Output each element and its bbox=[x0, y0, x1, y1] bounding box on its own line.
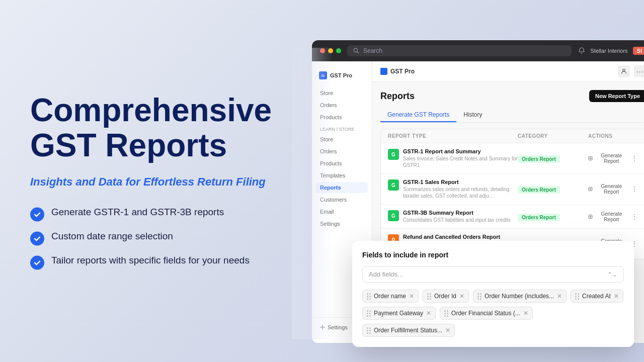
report-category-1: Orders Report bbox=[518, 154, 588, 163]
reports-table: Report type Category Actions G GSTR-1 Re… bbox=[380, 129, 644, 259]
report-desc-3: Consolidates GST liabilities and input t… bbox=[403, 217, 511, 223]
check-icon-3 bbox=[30, 255, 44, 269]
more-icon-btn[interactable]: ··· bbox=[634, 65, 644, 77]
generate-icon-3 bbox=[588, 214, 593, 219]
feature-text-2: Custom date range selection bbox=[51, 230, 173, 241]
main-title: Comprehensive GST Reports bbox=[30, 93, 302, 163]
field-chip-order-financial-status: Order Financial Status (... ✕ bbox=[440, 307, 533, 320]
chip-close-order-id[interactable]: ✕ bbox=[459, 293, 464, 299]
feature-text-3: Tailor reports with specific fields for … bbox=[51, 254, 250, 265]
chip-close-payment-gateway[interactable]: ✕ bbox=[426, 310, 431, 316]
fields-modal-title: Fields to include in report bbox=[362, 251, 624, 259]
row-more-btn-2[interactable]: ⋮ bbox=[630, 185, 638, 194]
category-badge-2: Orders Report bbox=[518, 186, 560, 194]
sidebar-section-label: Learn / Store bbox=[316, 124, 368, 133]
feature-item-3: Tailor reports with specific fields for … bbox=[30, 254, 302, 269]
sidebar-item-customers[interactable]: Customers bbox=[316, 194, 368, 205]
report-name-cell-2: G GSTR-1 Sales Report Summarizes sales o… bbox=[388, 179, 518, 199]
table-row: G GSTR-1 Sales Report Summarizes sales o… bbox=[381, 174, 644, 205]
sidebar-item-orders[interactable]: Orders bbox=[316, 100, 368, 111]
report-desc-2: Summarizes sales orders and refunds, det… bbox=[403, 186, 518, 199]
app-header-title: GST Pro bbox=[380, 68, 415, 75]
generate-report-btn-1[interactable]: Generate Report bbox=[588, 153, 628, 164]
tab-history[interactable]: History bbox=[456, 108, 489, 122]
sidebar-item-reports[interactable]: Reports bbox=[316, 182, 368, 193]
row-more-btn-3[interactable]: ⋮ bbox=[630, 212, 638, 221]
chevron-down-icon: ⌃⌄ bbox=[607, 271, 617, 278]
sidebar-item-columns[interactable]: Products bbox=[316, 112, 368, 123]
chip-close-order-financial-status[interactable]: ✕ bbox=[523, 310, 528, 316]
dot-yellow[interactable] bbox=[328, 48, 333, 53]
sidebar-item-settings[interactable]: Settings bbox=[316, 218, 368, 229]
app-header-actions: ··· bbox=[618, 65, 644, 77]
app-header: GST Pro ··· bbox=[372, 61, 644, 82]
row-more-btn-1[interactable]: ⋮ bbox=[630, 154, 638, 163]
settings-label: Settings bbox=[328, 324, 348, 330]
search-text: Search bbox=[363, 47, 382, 54]
sidebar-item-orders2[interactable]: Orders bbox=[316, 146, 368, 157]
check-icon-2 bbox=[30, 231, 44, 245]
report-avatar-3: G bbox=[388, 210, 399, 221]
sidebar-item-templates[interactable]: Templates bbox=[316, 170, 368, 181]
generate-icon-2 bbox=[588, 187, 593, 192]
report-avatar-2: G bbox=[388, 179, 399, 191]
sidebar-item-store2[interactable]: Store bbox=[316, 134, 368, 145]
chip-close-order-fulfillment-status[interactable]: ✕ bbox=[445, 327, 450, 333]
tab-generate-gst-reports[interactable]: Generate GST Reports bbox=[380, 108, 456, 122]
col-actions: Actions bbox=[588, 133, 638, 139]
generate-icon-1 bbox=[588, 156, 593, 161]
reports-section: Reports New Report Type Generate GST Rep… bbox=[372, 82, 644, 267]
svg-point-1 bbox=[321, 326, 323, 328]
dot-green[interactable] bbox=[336, 48, 341, 53]
report-name-cell-1: G GSTR-1 Report and Summary Sales Invoic… bbox=[388, 148, 518, 168]
feature-item-2: Custom date range selection bbox=[30, 230, 302, 245]
report-name-3: GSTR-3B Summary Report bbox=[403, 210, 511, 216]
report-name-2: GSTR-1 Sales Report bbox=[403, 179, 518, 185]
settings-icon bbox=[320, 325, 325, 330]
report-category-2: Orders Report bbox=[518, 185, 588, 194]
report-name-cell-3: G GSTR-3B Summary Report Consolidates GS… bbox=[388, 210, 518, 223]
more-dots-icon: ··· bbox=[636, 67, 644, 75]
field-chip-payment-gateway: Payment Gateway ✕ bbox=[362, 307, 436, 320]
chip-label-order-financial-status: Order Financial Status (... bbox=[451, 310, 520, 317]
chip-label-order-name: Order name bbox=[374, 293, 406, 300]
chip-label-payment-gateway: Payment Gateway bbox=[374, 310, 423, 317]
browser-dots bbox=[320, 48, 341, 53]
report-category-3: Orders Report bbox=[518, 212, 588, 221]
generate-report-btn-2[interactable]: Generate Report bbox=[588, 184, 628, 195]
feature-text-1: Generate GSTR-1 and GSTR-3B reports bbox=[51, 206, 224, 217]
feature-item-1: Generate GSTR-1 and GSTR-3B reports bbox=[30, 206, 302, 221]
drag-handle-icon bbox=[427, 293, 431, 300]
fields-dropdown[interactable]: Add fields... ⌃⌄ bbox=[362, 266, 624, 283]
sidebar-logo: G GST Pro bbox=[312, 67, 372, 87]
chip-close-order-name[interactable]: ✕ bbox=[409, 293, 414, 299]
drag-handle-icon bbox=[444, 310, 448, 317]
sidebar-item-products[interactable]: Products bbox=[316, 158, 368, 169]
field-chip-order-name: Order name ✕ bbox=[362, 290, 419, 303]
new-report-type-button[interactable]: New Report Type bbox=[589, 90, 644, 102]
chip-label-order-number: Order Number (includes... bbox=[485, 293, 554, 300]
sidebar-item-email[interactable]: Email bbox=[316, 206, 368, 217]
reports-header: Reports New Report Type bbox=[380, 90, 644, 102]
category-badge-1: Orders Report bbox=[518, 155, 560, 163]
drag-handle-icon bbox=[575, 293, 579, 300]
chip-label-order-fulfillment-status: Order Fulfillment Status... bbox=[374, 327, 442, 334]
chip-close-order-number[interactable]: ✕ bbox=[557, 293, 562, 299]
user-badge: SI bbox=[633, 47, 644, 55]
check-icon-1 bbox=[30, 207, 44, 221]
field-chips: Order name ✕ Order Id ✕ Order Number (in… bbox=[362, 290, 624, 337]
table-row: G GSTR-3B Summary Report Consolidates GS… bbox=[381, 205, 644, 229]
field-chip-order-number: Order Number (includes... ✕ bbox=[473, 290, 567, 303]
browser-search-bar[interactable]: Search bbox=[347, 45, 572, 56]
report-desc-1: Sales Invoice, Sales Credit Notes and Su… bbox=[403, 155, 518, 168]
dot-red[interactable] bbox=[320, 48, 325, 53]
chip-close-created-at[interactable]: ✕ bbox=[614, 293, 619, 299]
sidebar-item-store[interactable]: Store bbox=[316, 87, 368, 99]
app-header-logo-icon bbox=[380, 68, 387, 75]
svg-point-2 bbox=[623, 69, 625, 72]
col-category: Category bbox=[518, 133, 588, 139]
person-icon-btn[interactable] bbox=[618, 65, 630, 77]
generate-report-btn-3[interactable]: Generate Report bbox=[588, 211, 628, 222]
col-report-type: Report type bbox=[388, 133, 518, 139]
drag-handle-icon bbox=[367, 293, 371, 300]
